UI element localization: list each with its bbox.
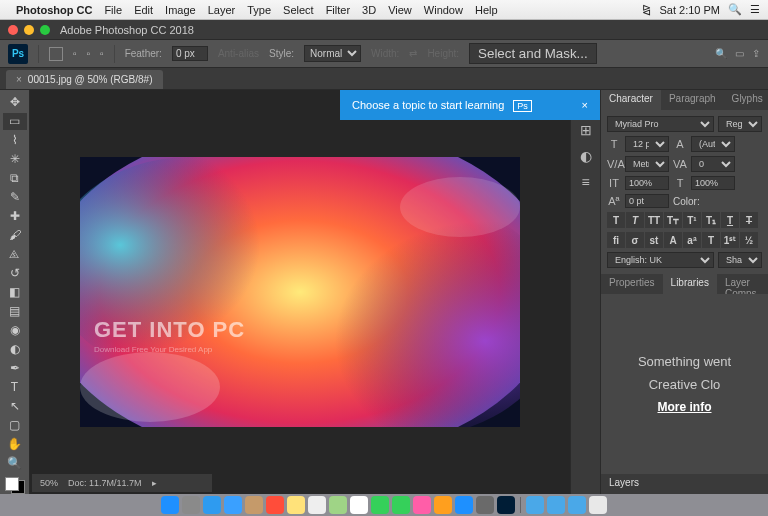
zoom-level[interactable]: 50% [40, 478, 58, 488]
language-select[interactable]: English: UK [607, 252, 714, 268]
hscale-input[interactable] [691, 176, 735, 190]
tool-hand[interactable]: ✋ [3, 435, 27, 452]
tool-zoom[interactable]: 🔍 [3, 454, 27, 471]
marquee-shape-icon[interactable] [49, 47, 63, 61]
swash-button[interactable]: st [645, 232, 663, 248]
dock-reminders[interactable] [308, 496, 326, 514]
tool-blur[interactable]: ◉ [3, 321, 27, 338]
dock-facetime[interactable] [392, 496, 410, 514]
dock-contacts[interactable] [245, 496, 263, 514]
titling-button[interactable]: A [664, 232, 682, 248]
tab-character[interactable]: Character [601, 90, 661, 110]
tool-path[interactable]: ↖ [3, 397, 27, 414]
styles-icon[interactable]: ≡ [581, 174, 589, 190]
dock-folder3[interactable] [568, 496, 586, 514]
dock-photoshop[interactable] [497, 496, 515, 514]
libraries-link[interactable]: More info [658, 400, 712, 414]
tool-eyedrop[interactable]: ✎ [3, 189, 27, 206]
vscale-input[interactable] [625, 176, 669, 190]
menu-type[interactable]: Type [247, 4, 271, 16]
dock-photos[interactable] [350, 496, 368, 514]
tab-layercomps[interactable]: Layer Comps [717, 274, 768, 294]
wifi-icon[interactable]: ⧎ [642, 3, 651, 16]
dock-messages[interactable] [371, 496, 389, 514]
swatches-icon[interactable]: ⊞ [580, 122, 592, 138]
subtract-selection-icon[interactable]: ▫ [100, 48, 104, 59]
subscript-button[interactable]: T₁ [702, 212, 720, 228]
dock-finder[interactable] [161, 496, 179, 514]
color-swatch[interactable] [5, 477, 25, 494]
contextual-button[interactable]: σ [626, 232, 644, 248]
menu-3d[interactable]: 3D [362, 4, 376, 16]
menu-filter[interactable]: Filter [326, 4, 350, 16]
close-tab-icon[interactable]: × [16, 74, 22, 85]
dock-trash[interactable] [589, 496, 607, 514]
spotlight-icon[interactable]: 🔍 [728, 3, 742, 16]
tab-glyphs[interactable]: Glyphs [724, 90, 768, 110]
half-button[interactable]: ½ [740, 232, 758, 248]
tool-history[interactable]: ↺ [3, 265, 27, 282]
bold-button[interactable]: T [607, 212, 625, 228]
workspace-icon[interactable]: ▭ [735, 48, 744, 59]
menu-help[interactable]: Help [475, 4, 498, 16]
tool-marquee[interactable]: ▭ [3, 113, 27, 130]
adjustments-icon[interactable]: ◐ [580, 148, 592, 164]
weight-select[interactable]: Regular [718, 116, 762, 132]
layers-panel-tab[interactable]: Layers [601, 474, 768, 494]
menu-window[interactable]: Window [424, 4, 463, 16]
leading-input[interactable]: (Auto) [691, 136, 735, 152]
tool-type[interactable]: T [3, 378, 27, 395]
dock-notes[interactable] [287, 496, 305, 514]
tool-rect[interactable]: ▢ [3, 416, 27, 433]
ordinals-button[interactable]: aª [683, 232, 701, 248]
menu-edit[interactable]: Edit [134, 4, 153, 16]
tool-crop[interactable]: ⧉ [3, 170, 27, 187]
dock-launchpad[interactable] [182, 496, 200, 514]
close-button[interactable] [8, 25, 18, 35]
superscript-button[interactable]: T¹ [683, 212, 701, 228]
app-name[interactable]: Photoshop CC [16, 4, 92, 16]
dock-ibooks[interactable] [434, 496, 452, 514]
baseline-input[interactable] [625, 194, 669, 208]
tool-gradient[interactable]: ▤ [3, 302, 27, 319]
tool-wand[interactable]: ✳ [3, 151, 27, 168]
italic-button[interactable]: T [626, 212, 644, 228]
strike-button[interactable]: T [740, 212, 758, 228]
document-tab[interactable]: × 00015.jpg @ 50% (RGB/8#) [6, 70, 163, 89]
1st-button[interactable]: 1ˢᵗ [721, 232, 739, 248]
foreground-color[interactable] [5, 477, 19, 491]
menu-image[interactable]: Image [165, 4, 196, 16]
menu-icon[interactable]: ☰ [750, 3, 760, 16]
smallcaps-button[interactable]: Tᴛ [664, 212, 682, 228]
size-input[interactable]: 12 pt [625, 136, 669, 152]
select-mask-button[interactable]: Select and Mask... [469, 43, 597, 64]
dock-preferences[interactable] [476, 496, 494, 514]
menu-layer[interactable]: Layer [208, 4, 236, 16]
kerning-input[interactable]: Metrics [625, 156, 669, 172]
feather-input[interactable] [172, 46, 208, 61]
tab-paragraph[interactable]: Paragraph [661, 90, 724, 110]
close-tooltip-icon[interactable]: × [582, 99, 588, 111]
tool-dodge[interactable]: ◐ [3, 340, 27, 357]
dock-itunes[interactable] [413, 496, 431, 514]
dock-mail[interactable] [224, 496, 242, 514]
caps-button[interactable]: TT [645, 212, 663, 228]
tool-heal[interactable]: ✚ [3, 208, 27, 225]
dock-calendar[interactable] [266, 496, 284, 514]
fractions-button[interactable]: T [702, 232, 720, 248]
dock-folder2[interactable] [547, 496, 565, 514]
style-select[interactable]: Normal [304, 45, 361, 62]
tool-move[interactable]: ✥ [3, 94, 27, 111]
antialias-select[interactable]: Sharp [718, 252, 762, 268]
tool-stamp[interactable]: ⧌ [3, 246, 27, 263]
menu-select[interactable]: Select [283, 4, 314, 16]
menu-file[interactable]: File [104, 4, 122, 16]
search-icon[interactable]: 🔍 [715, 48, 727, 59]
dock-maps[interactable] [329, 496, 347, 514]
add-selection-icon[interactable]: ▫ [87, 48, 91, 59]
zoom-button[interactable] [40, 25, 50, 35]
dock-safari[interactable] [203, 496, 221, 514]
tool-pen[interactable]: ✒ [3, 359, 27, 376]
clock[interactable]: Sat 2:10 PM [659, 4, 720, 16]
share-icon[interactable]: ⇪ [752, 48, 760, 59]
